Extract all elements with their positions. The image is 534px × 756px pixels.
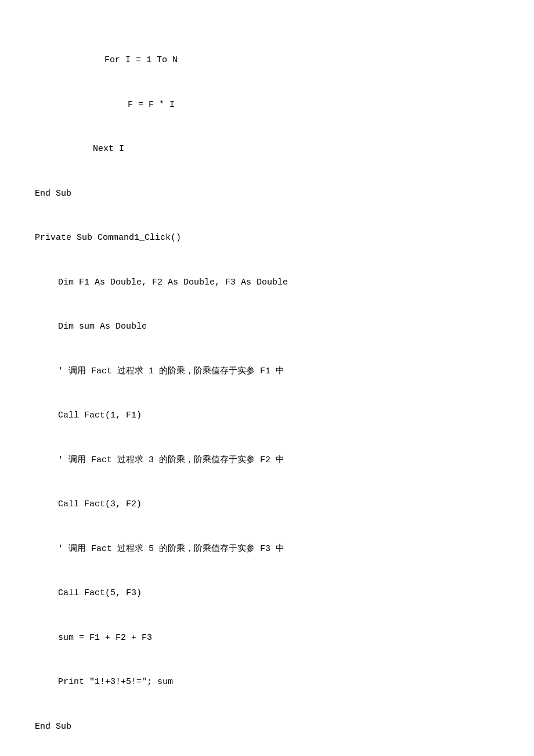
code-line: Call Fact(1, F1) [35, 408, 499, 423]
code-line: Next I [35, 142, 499, 157]
code-line: F = F * I [35, 98, 499, 113]
code-line: Print "1!+3!+5!="; sum [35, 675, 499, 690]
code-line: Private Sub Command1_Click() [35, 231, 499, 246]
code-line: End Sub [35, 719, 499, 735]
code-line: ' 调用 Fact 过程求 3 的阶乘，阶乘值存于实参 F2 中 [35, 453, 499, 468]
code-line: Call Fact(3, F2) [35, 497, 499, 512]
code-line: sum = F1 + F2 + F3 [35, 631, 499, 646]
code-line: End Sub [35, 186, 499, 201]
code-line: ' 调用 Fact 过程求 5 的阶乘，阶乘值存于实参 F3 中 [35, 542, 499, 557]
code-block-1: For I = 1 To N F = F * I Next I End Sub … [35, 23, 499, 756]
code-line: Call Fact(5, F3) [35, 586, 499, 601]
code-line: Dim F1 As Double, F2 As Double, F3 As Do… [35, 275, 499, 290]
code-line: Dim sum As Double [35, 319, 499, 334]
code-line: ' 调用 Fact 过程求 1 的阶乘，阶乘值存于实参 F1 中 [35, 364, 499, 379]
code-line: For I = 1 To N [35, 53, 499, 68]
